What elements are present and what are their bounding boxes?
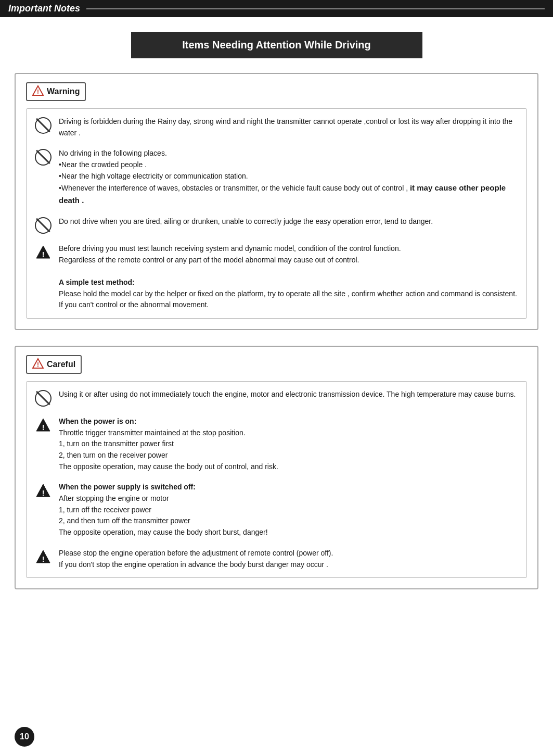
warning-item-2: No driving in the following places. •Nea…: [35, 148, 518, 206]
svg-text:!: !: [42, 489, 45, 497]
careful-text-1: Using it or after using do not immediate…: [59, 389, 518, 400]
no-icon-2: [35, 149, 52, 166]
section-title: Items Needing Attention While Driving: [131, 32, 422, 58]
careful-item-3: ! When the power supply is switched off:…: [35, 482, 518, 538]
warning-inner-box: Driving is forbidden during the Rainy da…: [26, 108, 527, 319]
content-area: ! Warning Driving is forbidden during th…: [0, 73, 553, 615]
careful-label: ! Careful: [26, 355, 82, 374]
warn-icon-c2: !: [35, 417, 52, 434]
careful-inner-box: Using it or after using do not immediate…: [26, 381, 527, 578]
svg-text:!: !: [37, 89, 39, 96]
careful-item-1: Using it or after using do not immediate…: [35, 389, 518, 407]
warning-item-3: Do not drive when you are tired, ailing …: [35, 216, 518, 234]
svg-text:!: !: [42, 250, 45, 259]
no-icon-1: [35, 117, 52, 134]
no-icon-3: [35, 217, 52, 234]
warn-icon-c3: !: [35, 483, 52, 499]
careful-text-2: When the power is on: Throttle trigger t…: [59, 416, 518, 472]
header-divider: [86, 8, 545, 9]
warning-section: ! Warning Driving is forbidden during th…: [15, 73, 538, 330]
warn-icon-1: !: [35, 244, 52, 261]
warning-label: ! Warning: [26, 82, 86, 101]
svg-text:!: !: [42, 423, 45, 432]
warn-icon-c4: !: [35, 549, 52, 565]
warning-text-4: Before driving you must test launch rece…: [59, 243, 518, 311]
warning-text-3: Do not drive when you are tired, ailing …: [59, 216, 518, 228]
careful-item-2: ! When the power is on: Throttle trigger…: [35, 416, 518, 472]
careful-item-4: ! Please stop the engine operation befor…: [35, 548, 518, 570]
svg-text:!: !: [37, 361, 39, 369]
careful-text-4: Please stop the engine operation before …: [59, 548, 518, 570]
page-header: Important Notes: [0, 0, 553, 17]
svg-text:!: !: [42, 555, 45, 563]
warning-item-1: Driving is forbidden during the Rainy da…: [35, 116, 518, 138]
page-title: Important Notes: [8, 3, 80, 14]
careful-triangle-icon: !: [32, 358, 44, 371]
warning-triangle-icon: !: [32, 85, 44, 98]
warning-text-1: Driving is forbidden during the Rainy da…: [59, 116, 518, 138]
warning-text-2: No driving in the following places. •Nea…: [59, 148, 518, 206]
warning-item-4: ! Before driving you must test launch re…: [35, 243, 518, 311]
careful-section: ! Careful Using it or after using do not…: [15, 346, 538, 589]
page-number: 10: [15, 727, 34, 747]
careful-text-3: When the power supply is switched off: A…: [59, 482, 518, 538]
no-icon-c1: [35, 390, 52, 407]
section-title-container: Items Needing Attention While Driving: [0, 32, 553, 58]
